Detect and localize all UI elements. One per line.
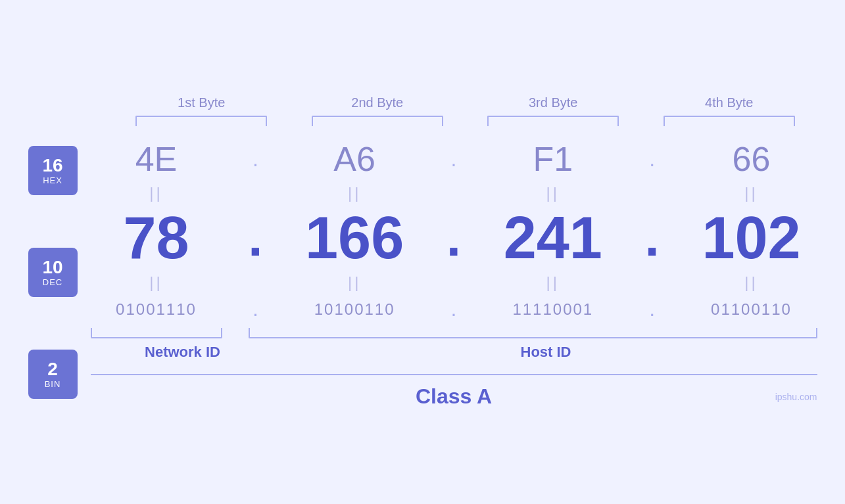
hex-row: 4E . A6 . F1 . 66 — [91, 139, 817, 179]
dot-bin-3: . — [639, 297, 665, 321]
bracket-host — [249, 328, 817, 338]
byte-label-2: 2nd Byte — [312, 95, 443, 110]
hex-value-3: F1 — [533, 140, 573, 178]
bin-value-1: 01001110 — [116, 300, 197, 318]
dec-base-name: DEC — [43, 277, 62, 287]
hex-value-2: A6 — [333, 140, 375, 178]
dec-badge: 10 DEC — [28, 248, 78, 297]
dec-row: 78 . 166 . 241 . 102 — [91, 208, 817, 268]
bin-cell-3: 11110001 — [487, 300, 619, 319]
hex-base-name: HEX — [43, 175, 62, 185]
bracket-top-4 — [664, 116, 795, 126]
byte-labels-row: 1st Byte 2nd Byte 3rd Byte 4th Byte — [28, 95, 817, 110]
id-labels-row: Network ID Host ID — [91, 344, 817, 361]
hex-value-1: 4E — [135, 140, 178, 178]
dot-dec-2: . — [441, 208, 467, 268]
watermark: ipshu.com — [775, 392, 817, 402]
bin-value-3: 11110001 — [512, 300, 593, 318]
bin-row: 01001110 . 10100110 . 11110001 . 0110011… — [91, 297, 817, 321]
equals-cell-4: || — [685, 184, 817, 202]
dot-sep-3: . — [639, 147, 665, 172]
dot-bin-2: . — [441, 297, 467, 321]
bracket-top-3 — [487, 116, 619, 126]
dot-sep-2: . — [441, 147, 467, 172]
bin-cell-2: 10100110 — [289, 300, 420, 319]
hex-value-4: 66 — [733, 140, 771, 178]
hex-base-number: 16 — [42, 156, 62, 176]
equals-cell-6: || — [289, 273, 420, 292]
equals-cell-5: || — [91, 273, 222, 292]
bin-value-2: 10100110 — [314, 300, 395, 318]
equals-cell-8: || — [685, 273, 817, 292]
equals-cell-3: || — [487, 184, 619, 202]
dot-dec-1: . — [242, 208, 268, 268]
bin-value-4: 01100110 — [711, 300, 792, 318]
dec-value-2: 166 — [305, 205, 404, 271]
dec-value-3: 241 — [504, 205, 602, 271]
dec-value-4: 102 — [702, 205, 800, 271]
dot-bin-1: . — [242, 297, 268, 321]
hex-cell-2: A6 — [289, 139, 420, 179]
class-section: Class A — [91, 374, 817, 409]
byte-label-4: 4th Byte — [664, 95, 795, 110]
network-id-label: Network ID — [91, 344, 275, 361]
hex-cell-1: 4E — [91, 139, 222, 179]
equals-cell-1: || — [91, 184, 222, 202]
equals-row-1: || || || || — [91, 184, 817, 202]
dec-cell-1: 78 — [91, 208, 222, 267]
dec-base-number: 10 — [42, 258, 62, 278]
byte-label-1: 1st Byte — [135, 95, 267, 110]
values-grid: 4E . A6 . F1 . 66 || || — [91, 139, 817, 409]
dec-cell-2: 166 — [289, 208, 420, 267]
bracket-top-1 — [135, 116, 267, 126]
bin-base-number: 2 — [47, 359, 58, 380]
bin-base-name: BIN — [45, 379, 61, 389]
bin-cell-4: 01100110 — [685, 300, 817, 319]
dec-cell-4: 102 — [685, 208, 817, 267]
class-label: Class A — [416, 384, 492, 408]
bottom-section: Network ID Host ID — [91, 328, 817, 361]
hex-badge: 16 HEX — [28, 146, 78, 195]
equals-cell-2: || — [289, 184, 420, 202]
bin-cell-1: 01001110 — [91, 300, 222, 319]
ip-breakdown-container: 1st Byte 2nd Byte 3rd Byte 4th Byte 16 H… — [28, 95, 817, 409]
bin-badge: 2 BIN — [28, 350, 78, 399]
dot-dec-3: . — [639, 208, 665, 268]
hex-cell-4: 66 — [685, 139, 817, 179]
main-area: 16 HEX 10 DEC 2 BIN 4E . A6 — [28, 139, 817, 409]
dot-sep-1: . — [242, 147, 268, 172]
equals-cell-7: || — [487, 273, 619, 292]
top-brackets-row — [28, 116, 817, 126]
hex-cell-3: F1 — [487, 139, 619, 179]
byte-label-3: 3rd Byte — [487, 95, 619, 110]
host-id-label: Host ID — [275, 344, 817, 361]
equals-row-2: || || || || — [91, 273, 817, 292]
dec-cell-3: 241 — [487, 208, 619, 267]
base-badges-column: 16 HEX 10 DEC 2 BIN — [28, 139, 78, 399]
bracket-gap-1 — [222, 328, 249, 338]
dec-value-1: 78 — [123, 205, 189, 271]
bracket-top-2 — [312, 116, 443, 126]
bracket-network — [91, 328, 222, 338]
bottom-brackets — [91, 328, 817, 338]
